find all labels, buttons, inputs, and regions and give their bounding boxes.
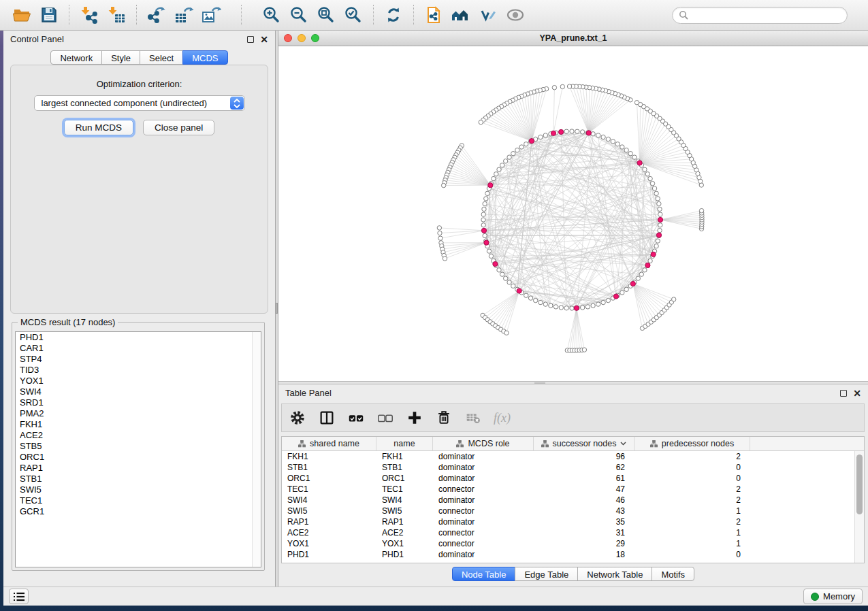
ring-node[interactable] [511, 151, 515, 155]
mcds-hub-node[interactable] [493, 261, 498, 266]
ring-node[interactable] [606, 298, 610, 302]
mcds-result-item[interactable]: PMA2 [16, 408, 261, 419]
ring-node[interactable] [564, 129, 568, 133]
ring-node[interactable] [643, 268, 647, 272]
ring-node[interactable] [482, 207, 486, 211]
zoom-selected-button[interactable] [340, 3, 367, 27]
ring-node[interactable] [652, 186, 656, 191]
ring-node[interactable] [606, 137, 610, 141]
ring-node[interactable] [615, 142, 620, 146]
table-row[interactable]: RAP1RAP1dominator352 [282, 516, 864, 527]
tab-mcds[interactable]: MCDS [182, 50, 227, 65]
ring-node[interactable] [580, 306, 584, 310]
ring-node[interactable] [539, 300, 543, 304]
mcds-result-item[interactable]: SRD1 [16, 397, 261, 408]
mcds-result-item[interactable]: TEC1 [16, 495, 261, 506]
leaf-node[interactable] [504, 331, 509, 335]
table-row[interactable]: SWI5SWI5connector431 [282, 506, 864, 516]
refresh-layout-button[interactable] [380, 3, 407, 27]
table-row[interactable]: ACE2ACE2connector311 [282, 527, 864, 538]
list-scrollbar-track[interactable] [252, 332, 261, 567]
ring-node[interactable] [494, 172, 498, 176]
export-image-button[interactable] [197, 3, 225, 27]
float-panel-icon[interactable] [247, 36, 254, 43]
ring-node[interactable] [601, 135, 605, 139]
leaf-node[interactable] [582, 348, 586, 352]
table-row[interactable]: STB1STB1dominator620 [282, 462, 864, 473]
mcds-result-item[interactable]: STB1 [16, 474, 261, 484]
ring-node[interactable] [636, 276, 640, 280]
ring-node[interactable] [553, 305, 558, 309]
ring-node[interactable] [591, 132, 595, 136]
import-table-button[interactable] [103, 3, 130, 27]
ring-node[interactable] [643, 167, 647, 171]
ring-node[interactable] [507, 155, 511, 159]
leaf-node[interactable] [672, 297, 676, 301]
ring-node[interactable] [596, 302, 600, 306]
export-network-button[interactable] [143, 3, 170, 27]
delete-column-button[interactable] [435, 409, 453, 427]
save-button[interactable] [35, 3, 63, 27]
ring-node[interactable] [648, 176, 652, 180]
tab-network[interactable]: Network [50, 50, 102, 65]
ring-node[interactable] [570, 306, 574, 310]
unselect-all-button[interactable] [376, 409, 394, 427]
close-panel-icon[interactable]: ✕ [853, 390, 861, 397]
leaf-node[interactable] [699, 208, 703, 212]
search-input[interactable] [692, 10, 841, 20]
ring-node[interactable] [500, 272, 504, 276]
mcds-hub-node[interactable] [529, 139, 534, 144]
ring-node[interactable] [591, 303, 595, 308]
leaf-node[interactable] [438, 236, 443, 240]
table-row[interactable]: SWI4SWI4dominator462 [282, 495, 864, 506]
mcds-hub-node[interactable] [488, 183, 493, 188]
ring-node[interactable] [492, 176, 496, 180]
ring-node[interactable] [533, 298, 537, 302]
mcds-result-item[interactable]: STB5 [16, 441, 261, 452]
ring-node[interactable] [481, 223, 485, 227]
zoom-in-button[interactable] [258, 3, 285, 27]
tab-select[interactable]: Select [140, 50, 183, 65]
ring-node[interactable] [620, 145, 624, 149]
column-header-name[interactable]: name [376, 437, 433, 450]
mcds-result-item[interactable]: FKH1 [16, 419, 261, 430]
mcds-hub-node[interactable] [481, 228, 486, 233]
ring-node[interactable] [601, 300, 605, 304]
ring-node[interactable] [539, 135, 543, 139]
table-scrollbar-track[interactable] [854, 451, 864, 563]
add-column-button[interactable] [406, 409, 423, 427]
ring-node[interactable] [564, 306, 568, 310]
mcds-hub-node[interactable] [645, 263, 650, 267]
mcds-result-item[interactable]: PHD1 [16, 332, 261, 343]
function-builder-button[interactable]: f(x) [494, 409, 511, 427]
ring-node[interactable] [511, 284, 515, 288]
ring-node[interactable] [497, 268, 501, 272]
mcds-result-item[interactable]: GCR1 [16, 506, 261, 517]
mcds-hub-node[interactable] [517, 288, 521, 293]
ring-node[interactable] [596, 133, 600, 137]
ring-node[interactable] [654, 191, 658, 195]
mcds-result-item[interactable]: YOX1 [16, 376, 261, 386]
leaf-node[interactable] [437, 226, 441, 230]
show-columns-button[interactable] [318, 409, 336, 427]
close-panel-button[interactable]: Close panel [143, 120, 214, 135]
ring-node[interactable] [648, 259, 652, 263]
mcds-result-item[interactable]: SWI5 [16, 484, 261, 495]
column-header-shared-name[interactable]: shared name [282, 437, 376, 450]
leaf-node[interactable] [441, 183, 445, 187]
mcds-hub-node[interactable] [586, 131, 591, 135]
ring-node[interactable] [632, 155, 637, 159]
ring-node[interactable] [650, 181, 654, 185]
tab-edge-table[interactable]: Edge Table [515, 567, 578, 581]
tab-style[interactable]: Style [101, 50, 140, 65]
ring-node[interactable] [658, 228, 662, 232]
table-scrollbar-thumb[interactable] [856, 455, 863, 514]
ring-node[interactable] [585, 305, 590, 309]
show-all-button[interactable] [502, 3, 529, 27]
leaf-node[interactable] [438, 231, 442, 235]
ring-node[interactable] [515, 148, 519, 152]
ring-node[interactable] [658, 223, 662, 227]
mcds-result-item[interactable]: STP4 [16, 354, 261, 365]
zoom-fit-button[interactable] [312, 3, 340, 27]
mcds-result-item[interactable]: TID3 [16, 365, 261, 376]
